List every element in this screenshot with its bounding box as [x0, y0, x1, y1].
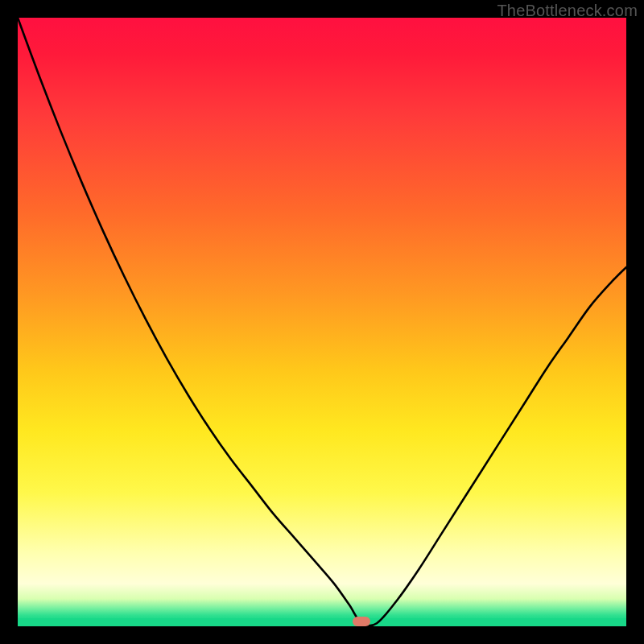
- bottleneck-curve: [18, 18, 626, 626]
- optimal-marker: [353, 617, 370, 626]
- curve-path: [18, 18, 626, 626]
- plot-area: [18, 18, 626, 626]
- chart-frame: TheBottleneck.com: [0, 0, 644, 644]
